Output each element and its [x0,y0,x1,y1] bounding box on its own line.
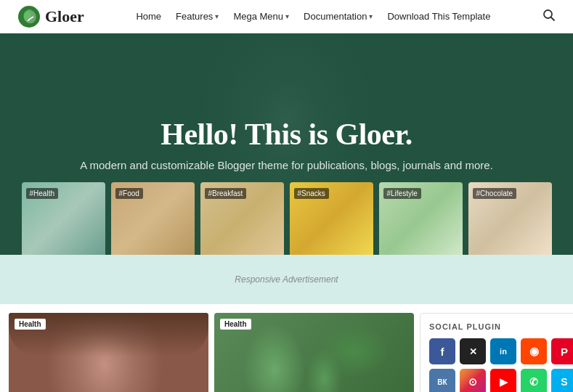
ad-strip: Responsive Advertisement [0,255,573,304]
nav-home[interactable]: Home [130,8,167,25]
linkedin-button[interactable]: in [490,338,516,364]
pinterest-button[interactable]: P [551,338,573,364]
nav-documentation[interactable]: Documentation ▾ [298,8,378,25]
facebook-icon: f [441,346,444,358]
bottom-section: Health Health SOCIAL PLUGIN f ✕ in ◉ [0,304,573,392]
social-plugin: SOCIAL PLUGIN f ✕ in ◉ P ВК ⊙ [420,313,573,392]
svg-line-3 [550,17,554,20]
skype-icon: S [561,376,567,388]
instagram-icon: ⊙ [468,376,477,388]
reddit-icon: ◉ [529,345,539,358]
article-2-tag: Health [220,319,251,330]
cat-snacks-label: #Snacks [294,188,329,199]
social-grid: f ✕ in ◉ P ВК ⊙ ▶ [429,338,573,392]
vk-icon: ВК [437,378,447,386]
skype-button[interactable]: S [551,369,573,392]
nav-download-label: Download This Template [387,11,490,22]
nav-home-label: Home [136,11,161,22]
nav-download[interactable]: Download This Template [381,8,496,25]
cat-chocolate-label: #Chocolate [473,188,517,199]
nav-features-label: Features [176,11,213,22]
hero-content: Hello! This is Gloer. A modern and custo… [80,117,493,171]
nav-features[interactable]: Features ▾ [170,8,224,25]
linkedin-icon: in [500,347,507,356]
youtube-icon: ▶ [500,376,508,388]
cat-lifestyle-label: #Lifestyle [383,188,421,199]
cat-breakfast[interactable]: #Breakfast [200,182,284,255]
svg-point-1 [24,11,31,21]
reddit-button[interactable]: ◉ [521,338,547,364]
whatsapp-icon: ✆ [529,376,538,388]
hero-section: Hello! This is Gloer. A modern and custo… [0,33,573,255]
cat-breakfast-label: #Breakfast [205,188,247,199]
navbar: Gloer Home Features ▾ Mega Menu ▾ Docume… [0,0,573,33]
search-icon[interactable] [542,9,556,25]
youtube-button[interactable]: ▶ [490,369,516,392]
category-row: #Health #Food #Breakfast #Snacks #Lifest… [0,182,573,255]
cat-health-label: #Health [26,188,58,199]
logo-icon [17,5,41,28]
article-card-1[interactable]: Health [9,313,208,392]
pinterest-icon: P [561,346,568,358]
chevron-down-icon: ▾ [215,12,219,20]
cat-food[interactable]: #Food [111,182,195,255]
twitter-icon: ✕ [469,346,477,357]
nav-links: Home Features ▾ Mega Menu ▾ Documentatio… [130,8,496,25]
chevron-down-icon: ▾ [369,12,373,20]
logo-text: Gloer [45,7,84,26]
nav-mega-menu[interactable]: Mega Menu ▾ [227,8,295,25]
whatsapp-button[interactable]: ✆ [521,369,547,392]
twitter-button[interactable]: ✕ [460,338,486,364]
cat-snacks[interactable]: #Snacks [290,182,373,255]
cat-chocolate[interactable]: #Chocolate [468,182,552,255]
cat-lifestyle[interactable]: #Lifestyle [379,182,463,255]
hero-subtitle: A modern and customizable Blogger theme … [80,159,493,171]
nav-docs-label: Documentation [304,11,367,22]
article-card-2[interactable]: Health [214,313,414,392]
ad-text: Responsive Advertisement [235,274,338,285]
vk-button[interactable]: ВК [429,369,455,392]
hero-title: Hello! This is Gloer. [80,117,493,152]
nav-mega-label: Mega Menu [233,11,283,22]
facebook-button[interactable]: f [429,338,455,364]
cat-food-label: #Food [115,188,143,199]
instagram-button[interactable]: ⊙ [460,369,486,392]
article-1-tag: Health [15,319,46,330]
social-plugin-title: SOCIAL PLUGIN [429,322,573,331]
logo[interactable]: Gloer [17,5,84,28]
cat-health[interactable]: #Health [22,182,105,255]
chevron-down-icon: ▾ [285,12,289,20]
